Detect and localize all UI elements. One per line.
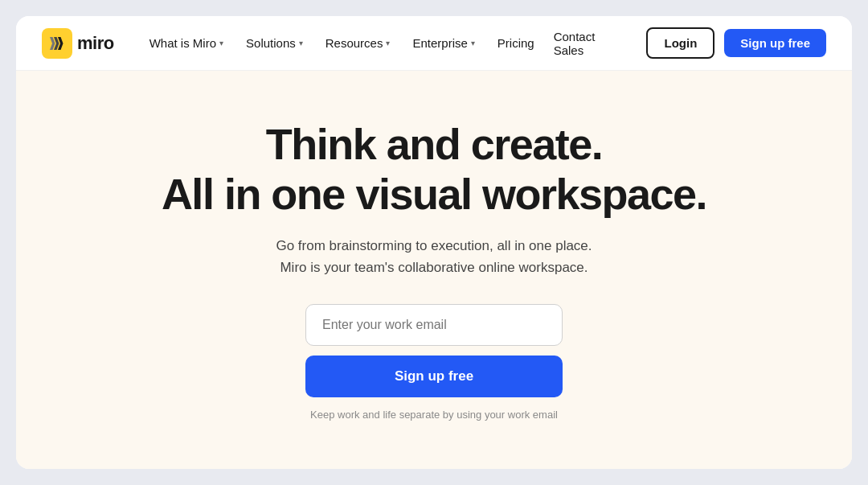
nav-item-resources[interactable]: Resources ▾ (316, 30, 400, 56)
chevron-down-icon: ▾ (219, 39, 223, 47)
hero-section: Think and create. All in one visual work… (16, 71, 852, 469)
chevron-down-icon: ▾ (386, 39, 390, 47)
logo-text: miro (77, 33, 114, 54)
login-button[interactable]: Login (646, 27, 714, 59)
hero-note: Keep work and life separate by using you… (310, 409, 558, 421)
hero-title: Think and create. All in one visual work… (162, 119, 706, 219)
logo-icon (42, 28, 72, 59)
navbar: miro What is Miro ▾ Solutions ▾ Resource… (16, 16, 852, 71)
chevron-down-icon: ▾ (471, 39, 475, 47)
nav-item-enterprise[interactable]: Enterprise ▾ (403, 30, 484, 56)
chevron-down-icon: ▾ (299, 39, 303, 47)
navbar-nav: What is Miro ▾ Solutions ▾ Resources ▾ E… (140, 30, 544, 56)
page-wrapper: miro What is Miro ▾ Solutions ▾ Resource… (16, 16, 852, 469)
hero-subtitle: Go from brainstorming to execution, all … (276, 235, 592, 278)
nav-item-what-is-miro[interactable]: What is Miro ▾ (140, 30, 233, 56)
nav-item-pricing[interactable]: Pricing (488, 30, 544, 56)
logo[interactable]: miro (42, 28, 114, 59)
contact-sales-link[interactable]: Contact Sales (544, 23, 637, 64)
email-input[interactable] (305, 304, 563, 346)
navbar-actions: Contact Sales Login Sign up free (544, 23, 826, 64)
signup-nav-button[interactable]: Sign up free (724, 29, 826, 57)
signup-hero-button[interactable]: Sign up free (305, 356, 563, 397)
nav-item-solutions[interactable]: Solutions ▾ (236, 30, 313, 56)
